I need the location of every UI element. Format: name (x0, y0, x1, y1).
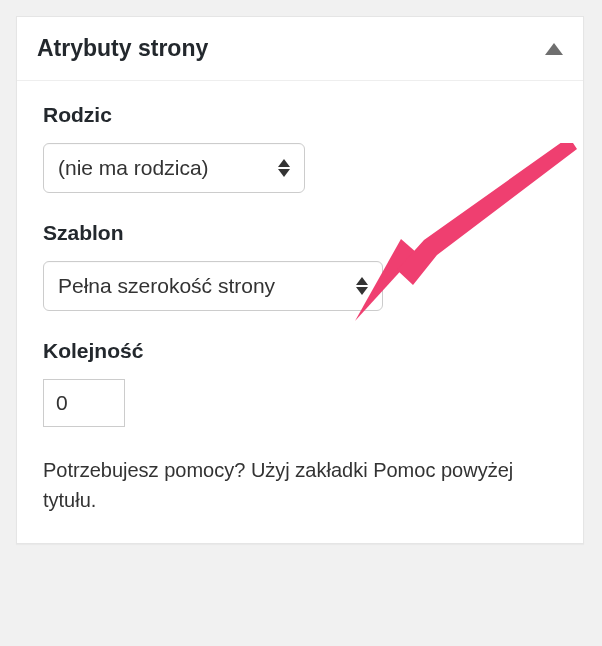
parent-label: Rodzic (43, 103, 557, 127)
template-select[interactable]: Pełna szerokość strony (43, 261, 383, 311)
order-input[interactable] (43, 379, 125, 427)
template-field: Szablon Pełna szerokość strony (43, 221, 557, 311)
parent-field: Rodzic (nie ma rodzica) (43, 103, 557, 193)
panel-header[interactable]: Atrybuty strony (17, 17, 583, 81)
help-text: Potrzebujesz pomocy? Użyj zakładki Pomoc… (43, 455, 557, 515)
sort-arrows-icon (356, 277, 368, 295)
order-field: Kolejność (43, 339, 557, 427)
collapse-up-icon (545, 43, 563, 55)
parent-select[interactable]: (nie ma rodzica) (43, 143, 305, 193)
panel-body: Rodzic (nie ma rodzica) Szablon Pełna sz… (17, 81, 583, 543)
page-attributes-panel: Atrybuty strony Rodzic (nie ma rodzica) … (16, 16, 584, 544)
parent-select-value: (nie ma rodzica) (58, 156, 209, 180)
panel-title: Atrybuty strony (37, 35, 208, 62)
template-select-value: Pełna szerokość strony (58, 274, 275, 298)
sort-arrows-icon (278, 159, 290, 177)
template-label: Szablon (43, 221, 557, 245)
order-label: Kolejność (43, 339, 557, 363)
